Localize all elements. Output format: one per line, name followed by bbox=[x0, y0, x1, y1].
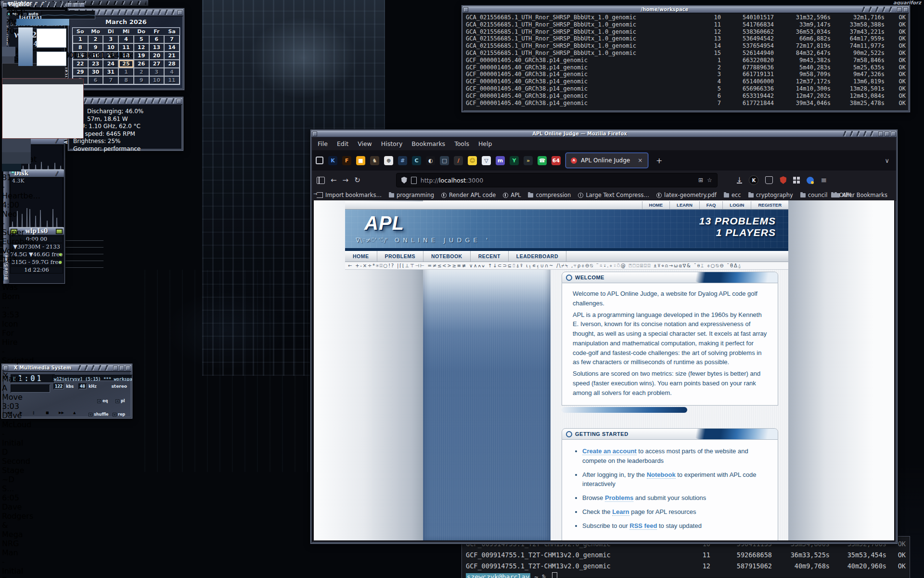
forward-icon[interactable]: → bbox=[343, 176, 349, 184]
calendar-day[interactable]: 14 bbox=[164, 43, 180, 52]
pager-shade-button[interactable] bbox=[74, 2, 78, 7]
calendar-day[interactable]: 11 bbox=[164, 76, 180, 84]
calendar-day[interactable]: 5 bbox=[134, 35, 149, 43]
bookmark-item[interactable]: ecc bbox=[724, 192, 741, 198]
repeat-toggle[interactable]: rep bbox=[113, 412, 125, 417]
menu-item[interactable]: File bbox=[318, 140, 328, 147]
transport-button[interactable]: ▶▶ bbox=[59, 411, 71, 418]
xmms-shade-button[interactable] bbox=[119, 366, 124, 370]
menu-item[interactable]: History bbox=[381, 140, 402, 147]
pinned-tab[interactable]: C bbox=[412, 156, 421, 165]
calendar-day[interactable]: 2 bbox=[134, 68, 149, 76]
site-nav-link[interactable]: REGISTER bbox=[751, 201, 788, 209]
calendar-day[interactable]: 8 bbox=[118, 76, 134, 84]
calendar-day[interactable]: 7 bbox=[164, 35, 180, 43]
pager-menu-button[interactable] bbox=[2, 2, 7, 7]
calendar-day[interactable]: 26 bbox=[134, 60, 149, 68]
site-tab[interactable]: HOME bbox=[345, 251, 377, 262]
pinned-tab[interactable]: ▽ bbox=[482, 156, 491, 165]
terminal-iconify-button[interactable] bbox=[897, 7, 902, 12]
calendar-day[interactable]: 6 bbox=[88, 76, 103, 84]
firefox-close-button[interactable] bbox=[891, 131, 896, 136]
pinned-tab[interactable]: F bbox=[342, 156, 351, 165]
battery-close-button[interactable] bbox=[177, 99, 181, 104]
band-slider[interactable] bbox=[111, 23, 115, 50]
eq-auto-toggle[interactable]: auto bbox=[23, 12, 38, 16]
site-nav-link[interactable]: LOGIN bbox=[722, 201, 751, 209]
site-nav-link[interactable]: FAQ bbox=[699, 201, 723, 209]
apl-palette[interactable]: ← +-×÷*⍟⌹○!? |⌈⌊⊥⊤⊣⊢ =≠≤<>≥≡≢ ∨∧⍲⍱ ↑↓⊂⊃⊆… bbox=[345, 262, 788, 270]
extensions-icon[interactable] bbox=[793, 177, 800, 184]
other-bookmarks[interactable]: Other Bookmarks bbox=[831, 192, 887, 198]
menu-item[interactable]: View bbox=[358, 140, 372, 147]
item-link[interactable]: Learn bbox=[612, 508, 629, 516]
pinned-tab[interactable]: » bbox=[524, 156, 533, 165]
battery-window[interactable]: AllPower Discharging; 46.0% 57m, 18.61 W… bbox=[67, 96, 184, 151]
calendar-day[interactable]: 9 bbox=[134, 76, 149, 84]
url-shortcuts-icon[interactable]: ⊞ bbox=[698, 177, 703, 184]
extension-icon[interactable] bbox=[807, 177, 814, 184]
downloads-icon[interactable]: ↓ bbox=[737, 177, 743, 184]
band-slider[interactable] bbox=[120, 23, 124, 50]
pager-window[interactable]: Pager-0 bbox=[0, 0, 1, 1]
site-tab[interactable]: PROBLEMS bbox=[377, 251, 424, 262]
container-tabs-icon[interactable] bbox=[316, 157, 323, 164]
band-slider[interactable] bbox=[92, 23, 97, 50]
terminal-window[interactable]: /home/workspace GCA_021556685.1_UTH_Rnor… bbox=[461, 5, 911, 113]
battery-titlebar[interactable] bbox=[69, 98, 182, 105]
pinned-tab[interactable]: m bbox=[496, 156, 505, 165]
calendar-day[interactable]: 13 bbox=[149, 43, 165, 52]
fs-data-row[interactable]: 315G - 59.7G free bbox=[10, 259, 63, 266]
bookmark-item[interactable]: cryptography bbox=[748, 192, 793, 198]
calendar-day[interactable]: 6 bbox=[149, 35, 165, 43]
site-nav-link[interactable]: LEARN bbox=[669, 201, 699, 209]
item-link[interactable]: Notebook bbox=[647, 471, 676, 479]
terminal-output[interactable]: GCA_021556685.1_UTH_Rnor_SHRSP_BbbUtx_1.… bbox=[463, 13, 909, 111]
firefox-titlebar[interactable]: APL Online Judge — Mozilla Firefox bbox=[311, 131, 897, 137]
eject-button[interactable]: ▲ bbox=[73, 411, 84, 418]
bookmark-star-icon[interactable]: ☆ bbox=[707, 177, 712, 184]
bookmark-item[interactable]: latex-geometry.pdf bbox=[656, 192, 717, 198]
page-info-icon[interactable] bbox=[411, 177, 417, 184]
pinned-tab[interactable]: 64 bbox=[552, 156, 561, 165]
bookmark-item[interactable]: compression bbox=[528, 192, 571, 198]
item-link[interactable]: RSS feed bbox=[629, 522, 657, 530]
pinned-tab[interactable]: ⊕ bbox=[384, 156, 393, 165]
item-link[interactable]: Problems bbox=[605, 494, 633, 502]
firefox-menu-button[interactable] bbox=[312, 131, 317, 136]
vis-display[interactable] bbox=[11, 384, 50, 393]
shuffle-toggle[interactable]: shuffle bbox=[89, 412, 109, 417]
calendar-day[interactable]: 28 bbox=[164, 60, 180, 68]
calendar-day[interactable]: 30 bbox=[88, 68, 103, 76]
site-tab[interactable]: NOTEBOOK bbox=[424, 251, 471, 262]
firefox-window[interactable]: APL Online Judge — Mozilla Firefox FileE… bbox=[310, 129, 898, 544]
new-tab-button[interactable]: + bbox=[656, 156, 662, 165]
calendar-day[interactable]: 7 bbox=[103, 76, 118, 84]
pager-titlebar[interactable]: Pager-0 bbox=[1, 1, 3, 8]
tracking-shield-icon[interactable] bbox=[401, 177, 407, 184]
transport-button[interactable]: ■ bbox=[46, 411, 58, 418]
pager-close-button[interactable] bbox=[80, 2, 85, 7]
calendar-day[interactable]: 1 bbox=[118, 68, 134, 76]
eq-toggle[interactable]: eq bbox=[97, 399, 108, 403]
pinned-tab[interactable]: / bbox=[454, 156, 463, 165]
pinned-tab[interactable]: Y bbox=[510, 156, 519, 165]
ublock-icon[interactable] bbox=[780, 176, 786, 184]
band-slider[interactable] bbox=[102, 23, 106, 50]
xmms-titlebar[interactable]: X Multimedia System bbox=[2, 365, 131, 371]
pl-toggle[interactable]: pl bbox=[116, 399, 125, 403]
calendar-day[interactable]: 29 bbox=[73, 68, 88, 76]
url-text[interactable]: http://localhost:3000 bbox=[421, 177, 694, 184]
calendar-day[interactable]: 12 bbox=[134, 43, 149, 52]
calendar-day[interactable]: 23 bbox=[88, 60, 103, 68]
pinned-tab[interactable]: ☺ bbox=[468, 156, 477, 165]
pinned-tab[interactable]: ♞ bbox=[370, 156, 379, 165]
calendar-day[interactable]: 20 bbox=[149, 52, 165, 60]
pinned-tab[interactable]: K bbox=[328, 156, 337, 165]
item-link[interactable]: Create an account bbox=[582, 447, 637, 455]
terminal-menu-button[interactable] bbox=[463, 7, 468, 12]
menu-item[interactable]: Bookmarks bbox=[411, 140, 445, 147]
calendar-day[interactable]: 10 bbox=[149, 76, 165, 84]
bookmark-item[interactable]: Render APL code bbox=[441, 192, 496, 198]
calendar-day[interactable]: 3 bbox=[149, 68, 165, 76]
